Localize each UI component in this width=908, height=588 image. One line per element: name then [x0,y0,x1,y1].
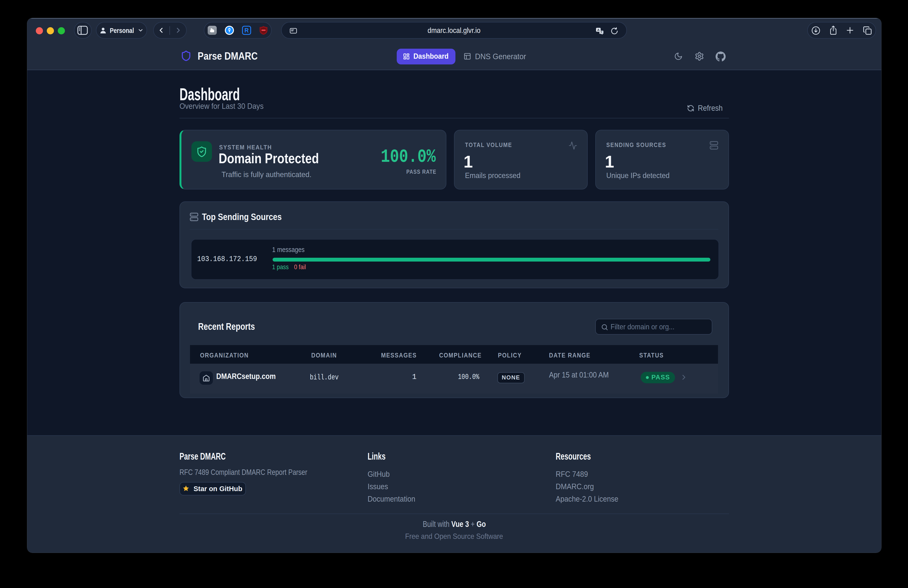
svg-text:R: R [244,27,248,34]
svg-text:文: 文 [600,30,603,33]
svg-text:A: A [597,28,600,32]
